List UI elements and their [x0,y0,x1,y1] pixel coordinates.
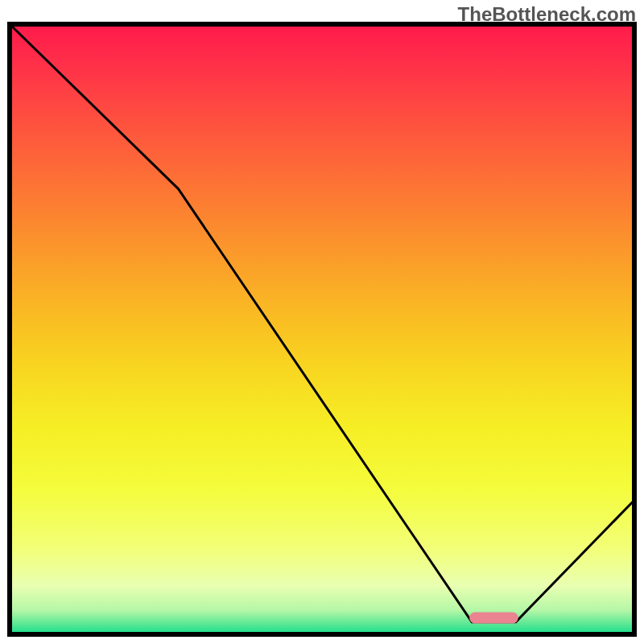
bottleneck-chart: TheBottleneck.com [0,0,644,644]
chart-svg [0,0,644,644]
